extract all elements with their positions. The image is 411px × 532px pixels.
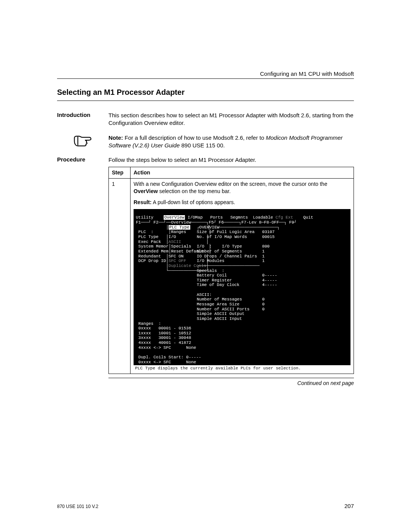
intro-block: Introduction This section describes how … — [57, 112, 354, 127]
table-header-row: Step Action — [109, 167, 354, 179]
term-topbar: Utility OverView I/OMap Ports Segmnts Lo… — [136, 215, 313, 220]
note-text: Note: For a full description of how to u… — [108, 134, 354, 150]
action-post: selection on the top menu bar. — [158, 188, 231, 194]
terminal-status: PLC Type displays the currently availabl… — [134, 365, 350, 372]
action-pre: With a new Configuration Overview editor… — [134, 181, 327, 187]
procedure-label: Procedure — [57, 156, 108, 163]
terminal-screenshot: Utility OverView I/OMap Ports Segmnts Lo… — [134, 209, 350, 366]
section-title: Selecting an M1 Processor Adapter — [57, 88, 354, 97]
continued-text: Continued on next page — [108, 380, 354, 387]
note-prefix: Note: — [108, 134, 123, 141]
intro-text: This section describes how to select an … — [108, 112, 354, 127]
procedure-body: Follow the steps below to select an M1 P… — [108, 156, 354, 387]
action-cell: With a new Configuration Overview editor… — [131, 179, 354, 374]
step-cell: 1 — [109, 179, 131, 374]
intro-label: Introduction — [57, 112, 108, 118]
note-text2: 890 USE 115 00. — [180, 142, 225, 149]
table-row: 1 With a new Configuration Overview edit… — [109, 179, 354, 374]
action-bold: OverView — [134, 188, 158, 194]
footer-page: 207 — [344, 503, 354, 509]
col-step: Step — [109, 167, 131, 179]
hand-point-right-icon — [57, 134, 108, 148]
note-text1: For a full description of how to use Mod… — [125, 134, 266, 141]
footer-doc: 870 USE 101 10 V.2 — [57, 504, 98, 509]
result-bold: Result: — [134, 199, 151, 205]
procedure-table: Step Action 1 With a new Configuration O… — [108, 167, 354, 374]
col-action: Action — [131, 167, 354, 179]
page: Configuring an M1 CPU with Modsoft Selec… — [0, 0, 411, 532]
result-text: A pull-down list of options appears. — [151, 199, 235, 205]
rule-thin — [108, 378, 354, 378]
note-block: Note: For a full description of how to u… — [57, 134, 354, 150]
rule-top — [57, 78, 354, 79]
footer: 870 USE 101 10 V.2 207 — [57, 503, 354, 509]
running-header: Configuring an M1 CPU with Modsoft — [57, 70, 354, 77]
rule-section — [57, 101, 354, 101]
procedure-block: Procedure Follow the steps below to sele… — [57, 156, 354, 387]
term-fkeys: F1───┘ F2──┘──Overview──────┐F5┘ F6─────… — [136, 220, 296, 225]
procedure-text: Follow the steps below to select an M1 P… — [108, 156, 354, 164]
